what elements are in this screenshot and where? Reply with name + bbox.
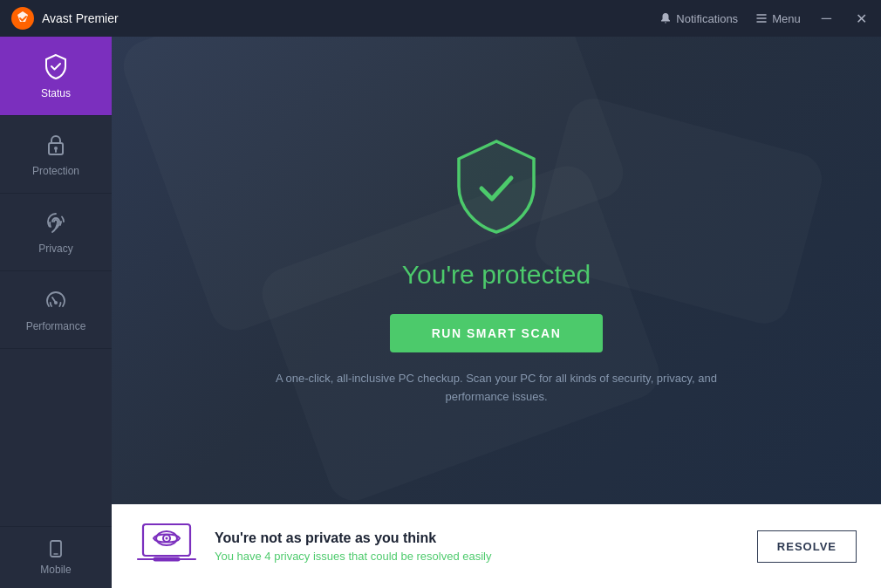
status-content: You're protected RUN SMART SCAN A one-cl…: [112, 37, 881, 504]
menu-icon: [755, 12, 768, 24]
lock-icon: [43, 132, 69, 158]
scan-description: A one-click, all-inclusive PC checkup. S…: [270, 370, 723, 407]
speedometer-icon: [43, 287, 69, 313]
notification-text-wrap: You're not as private as you think You h…: [215, 530, 740, 563]
titlebar: Avast Premier Notifications Menu ─ ✕: [0, 0, 881, 37]
sidebar-item-performance[interactable]: Performance: [0, 271, 112, 349]
fingerprint-icon: [43, 209, 69, 236]
sidebar-item-privacy-label: Privacy: [38, 243, 72, 255]
notification-icon-wrap: [136, 520, 197, 572]
sidebar-item-protection-label: Protection: [32, 165, 79, 177]
sidebar: Status Protection Privacy: [0, 37, 112, 588]
sidebar-item-privacy[interactable]: Privacy: [0, 194, 112, 271]
notification-title: You're not as private as you think: [215, 530, 740, 546]
mobile-icon: [46, 539, 65, 558]
minimize-button[interactable]: ─: [818, 10, 835, 26]
protected-shield-icon: [448, 134, 544, 239]
sidebar-item-mobile[interactable]: Mobile: [0, 526, 112, 588]
menu-label: Menu: [772, 12, 801, 25]
sidebar-item-performance-label: Performance: [26, 320, 86, 332]
avast-logo-icon: [10, 6, 35, 31]
notifications-label: Notifications: [676, 12, 738, 25]
content-area: You're protected RUN SMART SCAN A one-cl…: [112, 37, 881, 588]
main-layout: Status Protection Privacy: [0, 37, 881, 588]
sidebar-item-mobile-label: Mobile: [40, 564, 71, 576]
shield-check-icon: [42, 52, 70, 80]
notification-bar: You're not as private as you think You h…: [112, 504, 881, 588]
svg-point-12: [166, 537, 168, 540]
svg-rect-7: [143, 524, 190, 556]
bell-icon: [659, 12, 672, 24]
resolve-button[interactable]: RESOLVE: [757, 530, 857, 563]
sidebar-item-protection[interactable]: Protection: [0, 116, 112, 194]
menu-button[interactable]: Menu: [755, 12, 801, 25]
protected-text: You're protected: [402, 260, 591, 290]
run-smart-scan-button[interactable]: RUN SMART SCAN: [390, 314, 604, 352]
sidebar-item-status-label: Status: [41, 87, 71, 99]
close-button[interactable]: ✕: [852, 10, 871, 27]
privacy-laptop-icon: [136, 521, 197, 571]
notification-subtitle: You have 4 privacy issues that could be …: [215, 550, 740, 563]
app-title: Avast Premier: [42, 11, 119, 25]
titlebar-left: Avast Premier: [10, 6, 119, 31]
titlebar-right: Notifications Menu ─ ✕: [659, 10, 871, 27]
shield-container: [448, 134, 544, 243]
svg-point-4: [54, 301, 58, 304]
sidebar-item-status[interactable]: Status: [0, 37, 112, 116]
notifications-button[interactable]: Notifications: [659, 12, 738, 25]
